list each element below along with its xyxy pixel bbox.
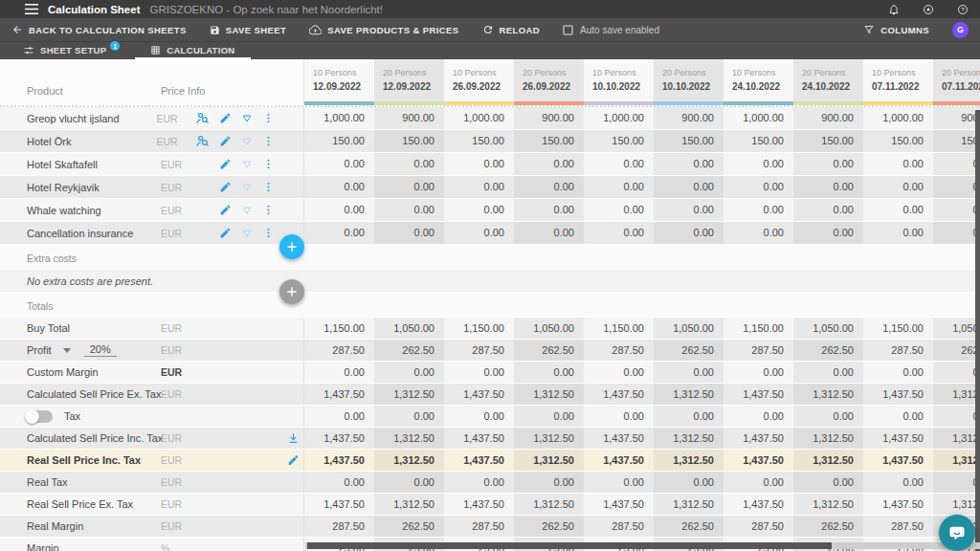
profit-mode-dropdown-icon[interactable] (63, 348, 71, 353)
reload-button[interactable]: RELOAD (482, 24, 541, 35)
value-cell[interactable]: 1,312.50 (374, 450, 444, 471)
value-cell[interactable]: 1,000.00 (724, 107, 793, 129)
horizontal-scrollbar-thumb[interactable] (307, 542, 832, 549)
value-cell[interactable]: 1,437.50 (724, 450, 793, 471)
value-cell[interactable]: 1,000.00 (584, 107, 654, 129)
value-cell[interactable]: 900.00 (374, 107, 444, 129)
value-cell[interactable]: 1,437.50 (584, 450, 654, 471)
value-cell[interactable]: 0.00 (374, 153, 444, 175)
value-cell[interactable]: 900.00 (793, 107, 863, 129)
value-cell[interactable]: 0.00 (933, 362, 980, 383)
value-cell[interactable]: 150.00 (793, 130, 863, 152)
value-cell[interactable]: 150.00 (863, 130, 933, 152)
value-cell[interactable]: 0.00 (793, 176, 863, 198)
person-search-icon[interactable] (195, 111, 210, 125)
menu-icon[interactable] (262, 181, 275, 193)
value-cell[interactable]: 1,312.50 (793, 450, 863, 471)
value-cell[interactable]: 1,000.00 (863, 107, 933, 129)
edit-icon[interactable] (219, 112, 232, 124)
value-cell[interactable]: 0.00 (654, 362, 724, 383)
value-cell[interactable]: 0.00 (514, 153, 584, 175)
navigation-globe-icon[interactable] (923, 4, 934, 15)
person-search-icon[interactable] (195, 134, 210, 148)
edit-icon[interactable] (219, 204, 232, 216)
value-cell[interactable]: 1,000.00 (444, 107, 514, 129)
dropdown-icon[interactable] (241, 205, 253, 216)
edit-icon[interactable] (219, 135, 232, 147)
value-cell[interactable]: 1,437.50 (863, 450, 933, 471)
value-cell[interactable]: 1,312.50 (654, 450, 724, 471)
value-cell[interactable]: 150.00 (933, 130, 980, 152)
value-cell[interactable]: 900.00 (933, 107, 980, 129)
value-cell[interactable]: 0.00 (304, 153, 374, 175)
profit-percent-input[interactable]: 20% (84, 343, 117, 357)
value-cell[interactable]: 0.00 (584, 222, 654, 244)
value-cell[interactable]: 0.00 (514, 362, 584, 383)
value-cell[interactable]: 900.00 (654, 107, 724, 129)
value-cell[interactable]: 0.00 (584, 153, 654, 175)
value-cell[interactable]: 0.00 (863, 153, 933, 175)
tab-sheet-setup[interactable]: SHEET SETUP 1 (8, 41, 135, 59)
value-cell[interactable]: 0.00 (304, 222, 374, 244)
value-cell[interactable]: 0.00 (444, 153, 514, 175)
value-cell[interactable]: 0.00 (793, 153, 863, 175)
value-cell[interactable]: 0.00 (374, 222, 444, 244)
tax-toggle[interactable] (27, 410, 53, 423)
value-cell[interactable]: 0.00 (724, 153, 793, 175)
value-cell[interactable]: 0.00 (654, 153, 724, 175)
value-cell[interactable]: 0.00 (863, 222, 933, 244)
dropdown-icon[interactable] (241, 159, 253, 170)
columns-button[interactable]: COLUMNS (863, 24, 929, 35)
value-cell[interactable]: 0.00 (514, 199, 584, 221)
edit-icon[interactable] (219, 158, 232, 170)
value-cell[interactable]: 0.00 (304, 176, 374, 198)
dropdown-icon[interactable] (241, 182, 253, 193)
value-cell[interactable]: 0.00 (374, 199, 444, 221)
value-cell[interactable]: 0.00 (724, 199, 793, 221)
value-cell[interactable]: 0.00 (444, 362, 514, 383)
value-cell[interactable]: 150.00 (654, 130, 724, 152)
value-cell[interactable]: 1,312.50 (514, 450, 584, 471)
value-cell[interactable]: 0.00 (793, 222, 863, 244)
back-button[interactable]: BACK TO CALCULATION SHEETS (11, 24, 187, 35)
value-cell[interactable]: 0.00 (444, 176, 514, 198)
hamburger-menu-icon[interactable] (25, 4, 38, 14)
chat-launcher-button[interactable] (939, 515, 975, 551)
dropdown-icon[interactable] (241, 113, 253, 124)
value-cell[interactable]: 0.00 (933, 153, 980, 175)
add-product-button[interactable] (279, 234, 304, 259)
value-cell[interactable]: 0.00 (444, 199, 514, 221)
edit-icon[interactable] (219, 227, 232, 239)
vertical-scrollbar-thumb[interactable] (975, 110, 980, 551)
value-cell[interactable]: 0.00 (724, 362, 793, 383)
edit-icon[interactable] (287, 454, 300, 467)
value-cell[interactable]: 0.00 (933, 199, 980, 221)
add-extra-cost-button[interactable] (279, 279, 304, 304)
value-cell[interactable]: 150.00 (444, 130, 514, 152)
value-cell[interactable]: 150.00 (724, 130, 793, 152)
value-cell[interactable]: 1,437.50 (444, 450, 514, 471)
value-cell[interactable]: 1,437.50 (304, 450, 374, 471)
user-avatar[interactable]: G (952, 22, 969, 38)
value-cell[interactable]: 0.00 (654, 176, 724, 198)
autosave-checkbox[interactable] (563, 25, 573, 35)
value-cell[interactable]: 0.00 (584, 362, 654, 383)
notifications-bell-icon[interactable] (888, 4, 900, 15)
value-cell[interactable]: 900.00 (514, 107, 584, 129)
value-cell[interactable]: 150.00 (374, 130, 444, 152)
value-cell[interactable]: 0.00 (374, 362, 444, 383)
value-cell[interactable]: 0.00 (304, 362, 374, 383)
dropdown-icon[interactable] (241, 228, 253, 239)
value-cell[interactable]: 0.00 (444, 222, 514, 244)
menu-icon[interactable] (262, 112, 275, 124)
value-cell[interactable]: 0.00 (654, 199, 724, 221)
value-cell[interactable]: 0.00 (304, 199, 374, 221)
value-cell[interactable]: 0.00 (793, 199, 863, 221)
tab-calculation[interactable]: CALCULATION (135, 41, 250, 59)
value-cell[interactable]: 0.00 (724, 176, 793, 198)
dropdown-icon[interactable] (241, 136, 253, 147)
value-cell[interactable]: 0.00 (374, 176, 444, 198)
value-cell[interactable]: 0.00 (933, 176, 980, 198)
menu-icon[interactable] (262, 135, 275, 147)
edit-icon[interactable] (219, 181, 232, 193)
